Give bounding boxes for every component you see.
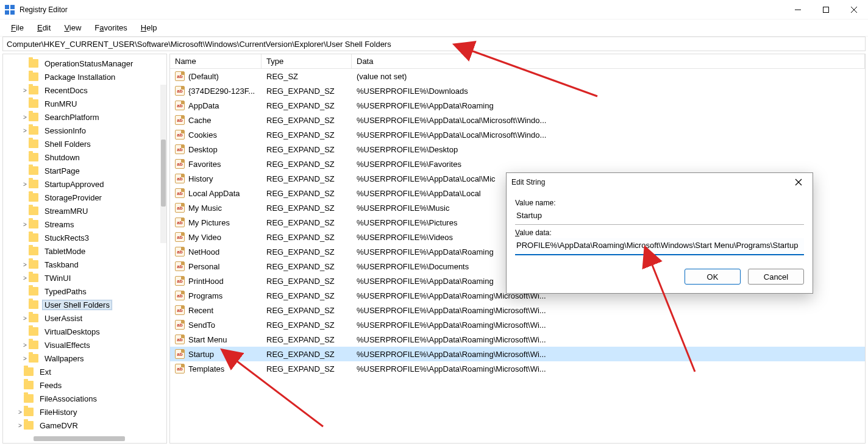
tree-item[interactable]: >TWinUI: [3, 271, 166, 285]
tree-item[interactable]: VirtualDesktops: [3, 325, 166, 338]
address-bar[interactable]: Computer\HKEY_CURRENT_USER\Software\Micr…: [2, 37, 866, 51]
tree-item[interactable]: >FileHistory: [3, 405, 166, 419]
tree-item[interactable]: >RecentDocs: [3, 83, 166, 97]
string-value-icon: [175, 364, 185, 373]
tree-item-label: OperationStatusManager: [42, 59, 135, 68]
value-row[interactable]: CacheREG_EXPAND_SZ%USERPROFILE%\AppData\…: [170, 113, 865, 127]
expand-icon[interactable]: >: [21, 355, 29, 362]
folder-icon: [29, 73, 38, 81]
value-name: Personal: [188, 262, 219, 271]
tree-item[interactable]: Shell Folders: [3, 137, 166, 150]
expand-icon[interactable]: >: [21, 114, 29, 121]
folder-icon: [29, 99, 38, 108]
expand-icon[interactable]: >: [21, 127, 29, 134]
tree-item[interactable]: >UserAssist: [3, 311, 166, 325]
cancel-button[interactable]: Cancel: [748, 269, 804, 285]
value-data: %USERPROFILE%\AppData\Local\Microsoft\Wi…: [354, 116, 865, 125]
value-row[interactable]: Start MenuREG_EXPAND_SZ%USERPROFILE%\App…: [170, 332, 865, 347]
tree-vertical-scrollbar[interactable]: [160, 85, 166, 243]
tree-item[interactable]: Feeds: [3, 378, 166, 392]
dialog-close-button[interactable]: [789, 173, 808, 191]
tree-item[interactable]: TabletMode: [3, 244, 166, 258]
value-row[interactable]: FavoritesREG_EXPAND_SZ%USERPROFILE%\Favo…: [170, 157, 865, 171]
string-value-icon: [175, 261, 185, 271]
value-data-field[interactable]: PROFILE%\AppData\Roaming\Microsoft\Windo…: [515, 238, 804, 255]
tree-item[interactable]: StartPage: [3, 164, 166, 177]
expand-icon[interactable]: >: [21, 315, 29, 322]
tree-item-label: GameDVR: [37, 421, 80, 430]
tree-item[interactable]: Ext: [3, 365, 166, 378]
value-name-field[interactable]: Startup: [515, 208, 804, 225]
expand-icon[interactable]: >: [21, 275, 29, 281]
ok-button[interactable]: OK: [685, 269, 741, 285]
value-row[interactable]: DesktopREG_EXPAND_SZ%USERPROFILE%\Deskto…: [170, 142, 865, 157]
value-row[interactable]: CookiesREG_EXPAND_SZ%USERPROFILE%\AppDat…: [170, 127, 865, 142]
value-row[interactable]: SendToREG_EXPAND_SZ%USERPROFILE%\AppData…: [170, 317, 865, 332]
value-type: REG_EXPAND_SZ: [264, 306, 354, 315]
value-row[interactable]: StartupREG_EXPAND_SZ%USERPROFILE%\AppDat…: [170, 347, 865, 361]
value-type: REG_EXPAND_SZ: [264, 277, 354, 286]
minimize-button[interactable]: [784, 0, 812, 19]
svg-rect-2: [5, 10, 9, 15]
menu-favorites[interactable]: Favorites: [88, 21, 133, 35]
expand-icon[interactable]: >: [21, 261, 29, 268]
value-name: My Video: [188, 233, 221, 242]
tree-item[interactable]: >SessionInfo: [3, 124, 166, 137]
edit-string-dialog: Edit String Value name: Startup Value da…: [506, 172, 813, 294]
value-row[interactable]: TemplatesREG_EXPAND_SZ%USERPROFILE%\AppD…: [170, 361, 865, 376]
expand-icon[interactable]: >: [21, 87, 29, 94]
tree-item[interactable]: Package Installation: [3, 70, 166, 83]
value-row[interactable]: (Default)REG_SZ(value not set): [170, 69, 865, 83]
expand-icon[interactable]: >: [21, 221, 29, 228]
close-button[interactable]: [840, 0, 868, 19]
maximize-button[interactable]: [812, 0, 840, 19]
value-name: History: [188, 174, 213, 183]
column-type[interactable]: Type: [261, 54, 352, 68]
value-data: %USERPROFILE%\AppData\Roaming\Microsoft\…: [354, 306, 865, 315]
value-type: REG_EXPAND_SZ: [264, 262, 354, 271]
string-value-icon: [175, 203, 185, 213]
folder-icon: [24, 421, 34, 430]
tree-horizontal-scrollbar[interactable]: [3, 434, 166, 443]
menu-help[interactable]: Help: [135, 21, 163, 35]
expand-icon[interactable]: >: [21, 342, 29, 349]
tree-item[interactable]: >SearchPlatform: [3, 110, 166, 124]
tree-item[interactable]: >Taskband: [3, 258, 166, 271]
expand-icon[interactable]: >: [21, 181, 29, 188]
value-type: REG_SZ: [264, 72, 354, 81]
tree-item[interactable]: >VisualEffects: [3, 338, 166, 352]
tree-item[interactable]: >Wallpapers: [3, 352, 166, 365]
tree-item[interactable]: >StartupApproved: [3, 177, 166, 191]
tree-item[interactable]: Shutdown: [3, 150, 166, 164]
tree-item[interactable]: TypedPaths: [3, 285, 166, 298]
value-name: My Music: [188, 204, 222, 213]
expand-icon[interactable]: >: [16, 409, 24, 416]
value-row[interactable]: AppDataREG_EXPAND_SZ%USERPROFILE%\AppDat…: [170, 98, 865, 113]
tree-item[interactable]: RunMRU: [3, 97, 166, 110]
menu-view[interactable]: View: [58, 21, 87, 35]
tree-item[interactable]: StorageProvider: [3, 191, 166, 204]
value-data: %USERPROFILE%\Downloads: [354, 87, 865, 96]
value-row[interactable]: {374DE290-123F...REG_EXPAND_SZ%USERPROFI…: [170, 83, 865, 98]
tree-item[interactable]: >Streams: [3, 218, 166, 231]
menu-file[interactable]: File: [5, 21, 30, 35]
value-name: Start Menu: [188, 335, 227, 344]
folder-icon: [29, 314, 38, 322]
tree-item[interactable]: OperationStatusManager: [3, 57, 166, 70]
value-data-label: Value data:: [515, 228, 804, 237]
column-name[interactable]: Name: [170, 54, 261, 68]
value-row[interactable]: RecentREG_EXPAND_SZ%USERPROFILE%\AppData…: [170, 303, 865, 317]
tree-item[interactable]: User Shell Folders: [3, 298, 166, 311]
tree-item-label: RecentDocs: [42, 86, 90, 95]
string-value-icon: [175, 276, 185, 286]
tree-item[interactable]: FileAssociations: [3, 392, 166, 405]
tree-item[interactable]: StreamMRU: [3, 204, 166, 218]
svg-rect-3: [10, 10, 15, 15]
value-data: %USERPROFILE%\Desktop: [354, 145, 865, 154]
tree-item[interactable]: >GameDVR: [3, 419, 166, 432]
tree-item[interactable]: StuckRects3: [3, 231, 166, 244]
column-data[interactable]: Data: [352, 54, 865, 68]
tree-item-label: StorageProvider: [42, 193, 104, 202]
menu-edit[interactable]: Edit: [31, 21, 57, 35]
expand-icon[interactable]: >: [16, 422, 24, 429]
